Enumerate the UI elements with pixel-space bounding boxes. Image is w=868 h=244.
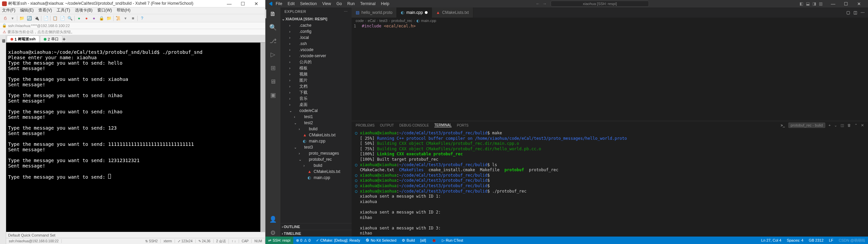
new-terminal-icon[interactable]: +: [829, 123, 831, 127]
maximize-button[interactable]: ☐: [236, 1, 250, 6]
menu-file[interactable]: File: [276, 1, 282, 6]
settings-icon[interactable]: ⚙: [269, 229, 277, 237]
folder-icon[interactable]: 📁: [106, 15, 112, 21]
problems-status[interactable]: ⊗0 ⚠0: [293, 238, 313, 243]
disconnect-icon[interactable]: 🔌: [34, 15, 40, 21]
paste-icon[interactable]: 📄: [59, 15, 65, 21]
command-center[interactable]: xiaohua [SSH: respi]: [551, 1, 649, 7]
terminal-dropdown[interactable]: protobuf_rec - bulid: [788, 123, 825, 128]
tree-item[interactable]: ›.local: [280, 35, 352, 41]
tab-ssh[interactable]: 1 树莓派ssh: [7, 36, 39, 42]
indentation[interactable]: Spaces: 4: [784, 238, 806, 242]
crumb[interactable]: test3: [379, 19, 388, 23]
build-target[interactable]: [all]: [418, 238, 429, 242]
more-icon[interactable]: ⋯: [861, 10, 865, 15]
help-icon[interactable]: ?: [139, 15, 145, 21]
scrollbar[interactable]: [260, 43, 265, 232]
tree-item[interactable]: ›test1: [280, 114, 352, 120]
menu-tools[interactable]: 工具(T): [57, 7, 70, 14]
tree-item[interactable]: ›模板: [280, 65, 352, 71]
accounts-icon[interactable]: 👤: [269, 216, 277, 223]
xshell-addressbar[interactable]: 🔒 ssh://xiaohua:****@192.168.0.100:22: [0, 22, 265, 29]
crumb[interactable]: main.cpp: [421, 19, 436, 23]
timeline-section[interactable]: ›TIMELINE: [280, 230, 352, 237]
tree-item[interactable]: ›下载: [280, 89, 352, 95]
terminal[interactable]: ○ xiaohua@xiaohua:~/code/eCal/test3/prot…: [352, 129, 868, 237]
layout-panel-right-icon[interactable]: ◨: [812, 1, 816, 6]
toolbar-dropdown-icon[interactable]: ▾: [9, 15, 16, 21]
xshell-titlebar[interactable]: 树莓派ssh - xiaohua@xiaohua: ~/code/eCal/te…: [0, 0, 265, 7]
tool3-icon[interactable]: ●: [91, 15, 97, 21]
menu-terminal[interactable]: Terminal: [360, 1, 375, 6]
tree-item[interactable]: ›.config: [280, 28, 352, 35]
tree-item[interactable]: ›proto_messages: [280, 150, 352, 156]
remote-explorer-icon[interactable]: 🖥: [269, 78, 277, 85]
menu-edit[interactable]: Edit: [288, 1, 295, 6]
script-icon[interactable]: 📜: [115, 15, 121, 21]
minimize-button[interactable]: —: [827, 1, 840, 6]
layout-panel-bottom-icon[interactable]: ⬓: [806, 1, 810, 6]
reconnect-icon[interactable]: 🔄: [26, 15, 32, 21]
tool2-icon[interactable]: ●: [83, 15, 90, 21]
menu-tabs[interactable]: 选项卡(B): [75, 7, 93, 14]
tree-item[interactable]: ⌄test3: [280, 144, 352, 150]
tree-item[interactable]: ›.cache: [280, 22, 352, 28]
new-session-icon[interactable]: ⎙: [2, 15, 8, 21]
panel-tab-output[interactable]: OUTPUT: [380, 124, 394, 127]
tree-item[interactable]: ▲CMakeLists.txt: [280, 169, 352, 175]
source-control-icon[interactable]: ⎇: [269, 37, 277, 45]
properties-icon[interactable]: 📄: [43, 15, 49, 21]
vscode-titlebar[interactable]: File Edit Selection View Go Run Terminal…: [265, 0, 868, 7]
run-icon[interactable]: ▢: [846, 10, 850, 15]
tree-item[interactable]: ›音乐: [280, 95, 352, 102]
breadcrumb[interactable]: code› eCal› test3› protobuf_rec› ◐ main.…: [352, 18, 868, 24]
dropdown-icon[interactable]: ⌄: [834, 123, 837, 128]
code-editor[interactable]: 1 #include <ecal/ecal.h>: [352, 24, 868, 121]
find-icon[interactable]: 🔍: [67, 15, 73, 21]
run-ctest[interactable]: ▷Run CTest: [439, 238, 466, 243]
tree-item[interactable]: ◐main.cpp: [280, 138, 352, 144]
panel-tab-problems[interactable]: PROBLEMS: [356, 124, 375, 127]
tab-cmake[interactable]: ▲ CMakeLists.txt: [432, 7, 473, 18]
menu-file[interactable]: 文件(F): [2, 7, 15, 14]
quick-command-bar[interactable]: Default Quick Command Set: [6, 232, 265, 238]
explorer-icon[interactable]: 🗎: [269, 10, 277, 18]
split-terminal-icon[interactable]: ◫: [841, 123, 844, 128]
menu-edit[interactable]: 编辑(E): [20, 7, 34, 14]
menu-help[interactable]: 帮助(H): [117, 7, 131, 14]
maximize-button[interactable]: ☐: [840, 1, 852, 6]
tree-item[interactable]: ›bulid: [280, 162, 352, 169]
tree-item[interactable]: ⌄code/eCal: [280, 108, 352, 114]
tree-item[interactable]: ›公共的: [280, 59, 352, 65]
tree-item[interactable]: ›图片: [280, 77, 352, 83]
tree-item[interactable]: ⌄test2: [280, 120, 352, 126]
tool4-icon[interactable]: ■: [130, 15, 136, 21]
kit-status[interactable]: 🛇No Kit Selected: [363, 238, 399, 242]
tab-main-cpp[interactable]: ◐ main.cpp: [397, 7, 432, 18]
menu-view[interactable]: 查看(V): [38, 7, 52, 14]
crumb[interactable]: code: [356, 19, 364, 23]
tab-proto[interactable]: ▤ hello_world.proto: [352, 7, 397, 18]
close-panel-icon[interactable]: ✕: [861, 123, 864, 128]
more-icon[interactable]: ⋯: [344, 9, 348, 14]
minimize-button[interactable]: —: [222, 1, 236, 6]
session-manager-tab[interactable]: 会话管理器: [0, 35, 6, 244]
menu-help[interactable]: Help: [381, 1, 390, 6]
layout-panel-left-icon[interactable]: ◧: [800, 1, 803, 6]
tree-item[interactable]: ›.vscode-server: [280, 53, 352, 59]
tree-item[interactable]: ›桌面: [280, 102, 352, 108]
sidebar-root[interactable]: ⌄ XIAOHUA [SSH: RESPI]: [280, 16, 352, 22]
close-button[interactable]: ✕: [852, 1, 865, 6]
kill-terminal-icon[interactable]: 🗑: [847, 123, 851, 127]
tree-item[interactable]: ◐main.cpp: [280, 175, 352, 181]
run-debug-icon[interactable]: ▷: [269, 51, 277, 58]
close-button[interactable]: ✕: [250, 1, 263, 6]
tab-serial[interactable]: 2 串口: [40, 36, 62, 42]
tree-item[interactable]: ⌄protobuf_rec: [280, 156, 352, 162]
eol[interactable]: LF: [826, 238, 836, 242]
tree-item[interactable]: ›.ssh: [280, 41, 352, 47]
panel-tab-ports[interactable]: PORTS: [457, 124, 469, 127]
nav-back-icon[interactable]: ←: [536, 1, 540, 6]
xshell-terminal[interactable]: xiaohua@xiaohua:~/code/eCal/test3/protob…: [6, 43, 265, 232]
outline-section[interactable]: ›OUTLINE: [280, 223, 352, 230]
